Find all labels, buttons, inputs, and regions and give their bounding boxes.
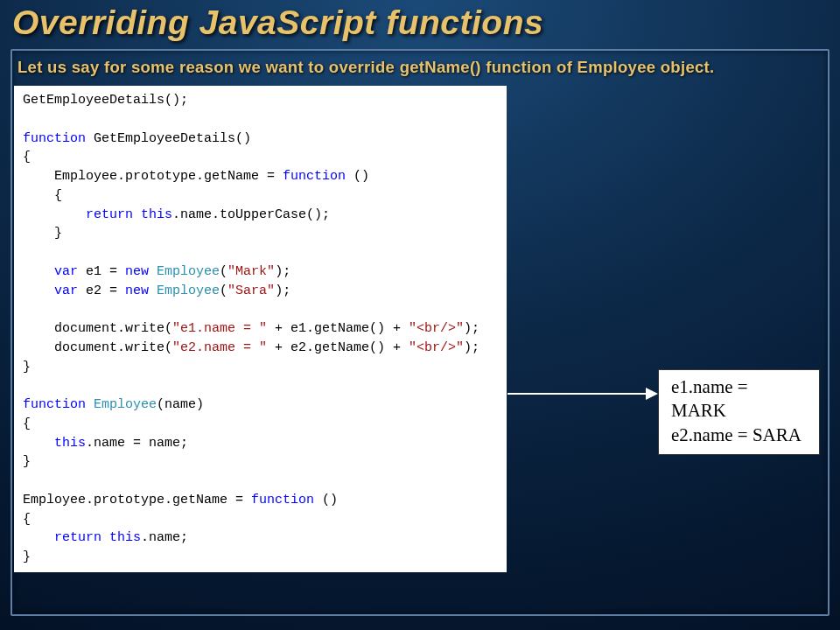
code-line: GetEmployeeDetails(); — [23, 93, 188, 108]
code-string: "Mark" — [228, 264, 275, 279]
slide-subtitle: Let us say for some reason we want to ov… — [12, 51, 828, 86]
code-keyword: function — [283, 169, 346, 184]
code-text: GetEmployeeDetails() — [86, 131, 251, 146]
code-text: + e1.getName() + — [267, 321, 409, 336]
code-text: e2 = — [78, 284, 125, 298]
code-text — [102, 530, 109, 545]
code-line: } — [23, 226, 62, 241]
code-text — [149, 284, 157, 298]
code-text: () — [314, 493, 338, 508]
output-line: e2.name = SARA — [671, 424, 807, 447]
code-text: ); — [275, 264, 290, 279]
code-line: } — [23, 360, 31, 374]
code-text — [149, 264, 157, 279]
code-text: .name.toUpperCase(); — [172, 207, 330, 222]
arrow-right-icon — [508, 383, 658, 404]
code-text: ); — [464, 321, 480, 336]
code-text: .name = name; — [86, 436, 188, 451]
code-type: Employee — [157, 284, 220, 298]
code-string: "Sara" — [228, 284, 275, 298]
code-type: Employee — [94, 397, 157, 412]
code-string: "<br/>" — [409, 321, 464, 336]
code-text — [23, 436, 54, 451]
code-text: + e2.getName() + — [267, 340, 409, 355]
code-text: ( — [220, 264, 228, 279]
code-string: "e1.name = " — [172, 321, 267, 336]
code-text: ); — [275, 284, 290, 298]
code-keyword: this — [54, 436, 86, 451]
code-keyword: function — [251, 493, 314, 508]
code-keyword: function — [23, 131, 86, 146]
code-text: (name) — [157, 397, 204, 412]
code-text: Employee.prototype.getName = — [23, 169, 283, 184]
svg-marker-1 — [646, 388, 658, 400]
code-line: { — [23, 416, 31, 431]
code-string: "e2.name = " — [172, 340, 267, 355]
code-text: () — [346, 169, 369, 184]
code-text: document.write( — [23, 321, 172, 336]
code-string: "<br/>" — [409, 340, 464, 355]
output-line: e1.name = MARK — [671, 375, 807, 424]
code-type: Employee — [157, 264, 220, 279]
code-line: { — [23, 512, 31, 527]
code-keyword: var — [54, 284, 78, 298]
code-text — [133, 207, 141, 222]
code-text: Employee.prototype.getName = — [23, 493, 251, 508]
code-line: } — [23, 550, 31, 564]
code-text: .name; — [141, 530, 188, 545]
code-keyword: return — [86, 207, 133, 222]
code-line: { — [23, 150, 31, 164]
code-keyword: var — [54, 264, 78, 279]
code-text — [86, 397, 94, 412]
code-block: GetEmployeeDetails(); function GetEmploy… — [14, 86, 507, 572]
code-keyword: this — [109, 530, 141, 545]
code-keyword: this — [141, 207, 172, 222]
code-text — [23, 207, 86, 222]
output-box: e1.name = MARK e2.name = SARA — [658, 369, 820, 455]
arrow-wrap — [508, 383, 658, 404]
slide-title: Overriding JavaScript functions — [0, 0, 840, 49]
code-keyword: new — [125, 284, 149, 298]
code-text — [23, 284, 54, 298]
code-line: { — [23, 188, 62, 203]
code-text: e1 = — [78, 264, 125, 279]
content-panel: Let us say for some reason we want to ov… — [10, 49, 830, 616]
code-keyword: new — [125, 264, 149, 279]
code-text: document.write( — [23, 340, 172, 355]
code-keyword: function — [23, 397, 86, 412]
code-line: } — [23, 454, 31, 469]
code-text — [23, 264, 54, 279]
code-text: ); — [464, 340, 480, 355]
code-text — [23, 530, 54, 545]
code-text: ( — [220, 284, 228, 298]
code-keyword: return — [54, 530, 102, 545]
